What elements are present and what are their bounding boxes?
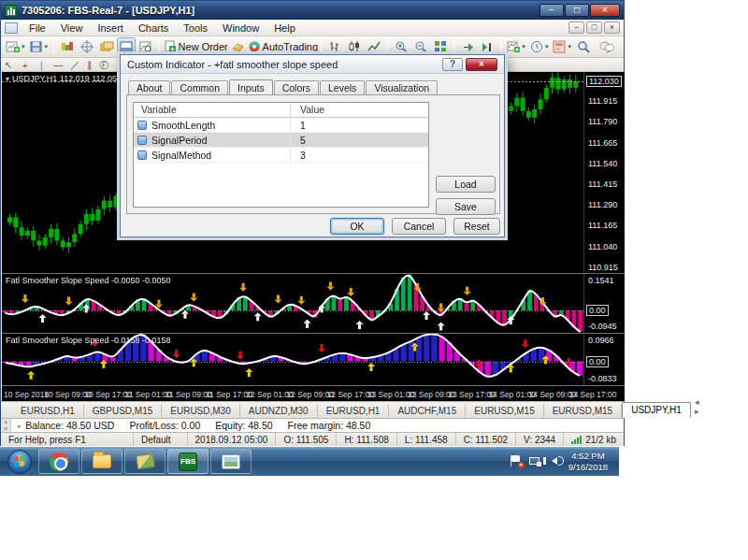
deposit-button[interactable]	[228, 37, 247, 56]
market-watch-button[interactable]	[58, 37, 77, 56]
input-row[interactable]: SignalPeriod5	[134, 133, 428, 148]
line-tool-icon-0[interactable]: ↖	[5, 59, 12, 71]
dialog-tab-visualization[interactable]: Visualization	[366, 80, 438, 95]
dialog-titlebar[interactable]: Custom Indicator - +fatl smoother slope …	[121, 55, 504, 74]
autotrading-button[interactable]: AutoTrading	[248, 37, 317, 56]
input-variable-name: SignalPeriod	[151, 135, 208, 146]
candlestick-button[interactable]	[345, 37, 364, 56]
auto-scroll-button[interactable]	[458, 37, 477, 56]
minimize-button[interactable]: −	[539, 4, 564, 17]
taskbar-chrome-button[interactable]	[38, 449, 79, 474]
profiles-button[interactable]: ▾	[27, 37, 50, 56]
dialog-tab-colors[interactable]: Colors	[274, 80, 319, 95]
periods-button[interactable]: ▾	[528, 37, 551, 56]
menu-item-help[interactable]: Help	[266, 22, 303, 35]
menu-item-tools[interactable]: Tools	[176, 22, 215, 35]
window-titlebar[interactable]: 7305206: FBS-Real-7 - [USDJPY,H1] − □ ×	[1, 1, 624, 20]
dialog-tab-levels[interactable]: Levels	[320, 80, 365, 95]
bar-chart-button[interactable]	[325, 37, 344, 56]
menu-item-window[interactable]: Window	[215, 22, 266, 35]
taskbar-explorer-button[interactable]	[81, 449, 122, 474]
indicator2-scale[interactable]: 0.0966 0.00 -0.0833	[583, 333, 625, 385]
statusbar-profile[interactable]: Default	[134, 433, 188, 446]
line-tool-icon-5[interactable]: ∥	[87, 59, 92, 71]
line-tool-icon-4[interactable]: ／	[70, 59, 79, 71]
chart-shift-button[interactable]	[478, 37, 496, 56]
chart-tab-eurusd-m15[interactable]: EURUSD,M15	[466, 404, 543, 418]
mdi-close-button[interactable]: ×	[604, 22, 620, 34]
terminal-button[interactable]	[117, 37, 136, 56]
inputs-table[interactable]: Variable Value SmoothLength1SignalPeriod…	[133, 102, 429, 208]
reset-button[interactable]: Reset	[453, 218, 500, 235]
input-row[interactable]: SignalMethod3	[134, 148, 428, 163]
chart-tab-eurusd-h1[interactable]: EURUSD,H1	[12, 404, 84, 418]
menu-item-file[interactable]: File	[22, 22, 53, 35]
line-tool-icon-1[interactable]: ＋	[20, 59, 29, 71]
maximize-button[interactable]: □	[565, 4, 589, 17]
chart-shift-icon	[482, 41, 494, 53]
time-axis[interactable]: 10 Sep 201810 Sep 09:0010 Sep 17:0011 Se…	[2, 385, 625, 401]
status-bullet-icon: ●	[17, 423, 21, 429]
taskbar-clock[interactable]: 4:52 PM 9/16/2018	[568, 451, 611, 473]
action-center-flag-icon[interactable]: ×	[510, 455, 523, 467]
save-button[interactable]: Save	[436, 198, 496, 215]
indicator-panel-1[interactable]: Fatl Smoother Slope Speed -0.0050 -0.005…	[2, 273, 583, 333]
search-button[interactable]	[574, 37, 593, 56]
windows-taskbar: FBS × 4:52 PM 9/16/2018	[0, 447, 619, 476]
symbol-caret-icon[interactable]: ▾	[6, 75, 9, 83]
tab-scroll-arrows[interactable]: ◂ ▸	[691, 397, 703, 418]
load-button[interactable]: Load	[436, 176, 496, 193]
indicator1-scale[interactable]: 0.1541 0.00 -0.0945	[583, 273, 625, 333]
chart-tab-audnzd-m30[interactable]: AUDNZD,M30	[240, 404, 318, 418]
input-value[interactable]: 1	[291, 120, 428, 131]
tile-windows-button[interactable]	[431, 37, 450, 56]
menu-item-charts[interactable]: Charts	[131, 22, 176, 35]
data-window-button[interactable]	[78, 37, 96, 56]
dialog-help-button[interactable]: ?	[442, 58, 463, 71]
indicator-panel-2[interactable]: Fatl Smoother Slope Speed -0.0158 -0.015…	[2, 333, 583, 385]
column-value[interactable]: Value	[291, 103, 428, 117]
input-row[interactable]: SmoothLength1	[134, 118, 428, 133]
cancel-button[interactable]: Cancel	[392, 218, 446, 235]
navigator-button[interactable]	[97, 37, 116, 56]
input-value[interactable]: 5	[291, 135, 428, 146]
strategy-tester-button[interactable]	[137, 37, 155, 56]
new-order-button[interactable]: New Order	[164, 37, 227, 56]
line-tool-icon-3[interactable]: —	[53, 59, 63, 71]
column-variable[interactable]: Variable	[134, 103, 291, 117]
menu-item-insert[interactable]: Insert	[90, 22, 131, 35]
taskbar-image-viewer-button[interactable]	[210, 449, 252, 474]
indicators-button[interactable]: ▾	[505, 37, 527, 56]
mdi-minimize-button[interactable]: −	[568, 22, 584, 34]
dialog-close-button[interactable]: ×	[466, 58, 497, 71]
menu-item-view[interactable]: View	[53, 22, 91, 35]
mdi-restore-button[interactable]: □	[586, 22, 602, 34]
chart-tab-audchf-m15[interactable]: AUDCHF,M15	[389, 404, 466, 418]
chat-button[interactable]	[597, 37, 617, 56]
chart-tab-eurusd-m30[interactable]: EURUSD,M30	[162, 404, 239, 418]
volume-icon[interactable]	[549, 455, 562, 467]
line-tool-icon-2[interactable]: ｜	[36, 59, 46, 71]
dialog-tab-inputs[interactable]: Inputs	[229, 79, 273, 94]
dialog-tab-about[interactable]: About	[128, 80, 170, 95]
zoom-out-button[interactable]	[411, 37, 430, 56]
dialog-tab-common[interactable]: Common	[171, 80, 228, 95]
taskbar-fbs-button[interactable]: FBS	[167, 449, 209, 474]
chart-tab-usdjpy-h1[interactable]: USDJPY,H1	[622, 402, 691, 418]
line-chart-button[interactable]	[365, 37, 383, 56]
terminal-gutter[interactable]: ×≡	[1, 419, 11, 432]
price-scale[interactable]: 112.030111.915111.790111.665111.540111.4…	[583, 72, 625, 273]
chart-tab-gbpusd-m15[interactable]: GBPUSD,M15	[84, 404, 162, 418]
new-chart-button[interactable]: ▾	[4, 37, 26, 56]
line-tool-icon-6[interactable]: Ⓕ	[99, 59, 108, 71]
chart-tab-eurusd-m15[interactable]: EURUSD,M15	[544, 404, 622, 418]
network-icon[interactable]	[529, 455, 542, 467]
templates-button[interactable]: ▾	[551, 37, 573, 56]
start-button[interactable]	[2, 449, 37, 475]
input-value[interactable]: 3	[291, 150, 428, 161]
zoom-in-button[interactable]	[392, 37, 410, 56]
chart-tab-eurusd-h1[interactable]: EURUSD,H1	[318, 404, 390, 418]
close-button[interactable]: ×	[590, 4, 620, 17]
taskbar-app-button[interactable]	[124, 449, 165, 474]
ok-button[interactable]: OK	[330, 218, 384, 235]
